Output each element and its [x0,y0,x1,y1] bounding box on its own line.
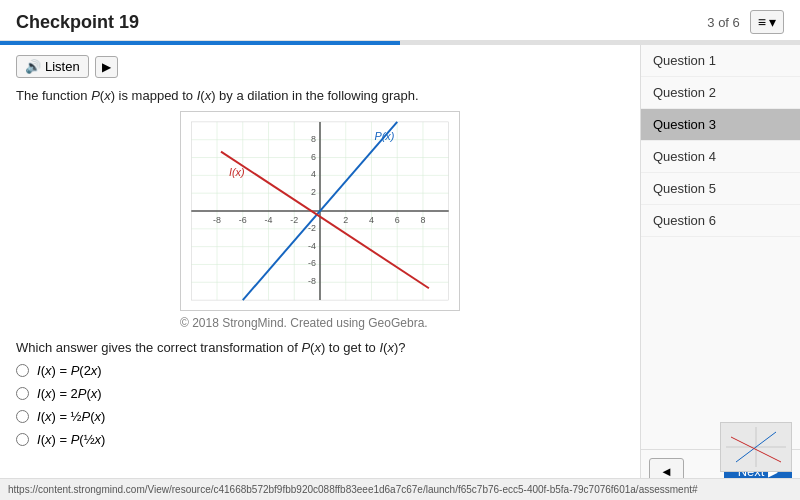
radio-b[interactable] [16,387,29,400]
answer-prompt: Which answer gives the correct transform… [16,340,624,355]
coordinate-graph: -8 -6 -4 -2 2 4 6 8 8 6 4 2 -2 -4 -6 [180,111,460,311]
sidebar-item-question5[interactable]: Question 5 [641,173,800,205]
svg-text:-8: -8 [213,215,221,225]
svg-text:-6: -6 [239,215,247,225]
graph-container: -8 -6 -4 -2 2 4 6 8 8 6 4 2 -2 -4 -6 [180,111,460,330]
svg-text:6: 6 [311,152,316,162]
menu-chevron-icon: ▾ [769,14,776,30]
sidebar-item-question3[interactable]: Question 3 [641,109,800,141]
graph-credit: © 2018 StrongMind. Created using GeoGebr… [180,316,460,330]
sidebar-item-question1[interactable]: Question 1 [641,45,800,77]
play-icon: ▶ [102,60,111,74]
svg-text:4: 4 [369,215,374,225]
sidebar-item-question6[interactable]: Question 6 [641,205,800,237]
choice-a-label[interactable]: I(x) = P(2x) [37,363,102,378]
svg-text:2: 2 [311,187,316,197]
svg-text:6: 6 [395,215,400,225]
page-thumbnail [720,422,792,472]
radio-d[interactable] [16,433,29,446]
radio-a[interactable] [16,364,29,377]
svg-text:8: 8 [311,134,316,144]
prev-icon: ◄ [660,464,673,479]
svg-text:2: 2 [343,215,348,225]
answer-choices: I(x) = P(2x) I(x) = 2P(x) I(x) = ½P(x) I… [16,363,624,447]
answer-choice-d[interactable]: I(x) = P(½x) [16,432,624,447]
svg-text:8: 8 [420,215,425,225]
svg-text:-2: -2 [290,215,298,225]
svg-text:-4: -4 [265,215,273,225]
listen-label: Listen [45,59,80,74]
choice-d-label[interactable]: I(x) = P(½x) [37,432,105,447]
svg-text:P(x): P(x) [374,130,394,142]
thumbnail-preview [726,427,786,467]
choice-b-label[interactable]: I(x) = 2P(x) [37,386,102,401]
answer-choice-a[interactable]: I(x) = P(2x) [16,363,624,378]
page-title: Checkpoint 19 [16,12,139,33]
speaker-icon: 🔊 [25,59,41,74]
audio-controls: 🔊 Listen ▶ [16,55,624,78]
content-area: 🔊 Listen ▶ The function P(x) is mapped t… [0,45,640,493]
question-intro: The function P(x) is mapped to I(x) by a… [16,88,624,103]
answer-choice-c[interactable]: I(x) = ½P(x) [16,409,624,424]
radio-c[interactable] [16,410,29,423]
progress-text: 3 of 6 [707,15,740,30]
listen-button[interactable]: 🔊 Listen [16,55,89,78]
play-button[interactable]: ▶ [95,56,118,78]
choice-c-label[interactable]: I(x) = ½P(x) [37,409,105,424]
svg-text:-6: -6 [308,258,316,268]
menu-icon: ≡ [758,14,766,30]
bottom-bar: https://content.strongmind.com/View/reso… [0,478,800,500]
sidebar-item-question4[interactable]: Question 4 [641,141,800,173]
svg-text:-4: -4 [308,241,316,251]
url-text: https://content.strongmind.com/View/reso… [8,484,792,495]
answer-choice-b[interactable]: I(x) = 2P(x) [16,386,624,401]
svg-text:I(x): I(x) [229,166,245,178]
svg-text:4: 4 [311,169,316,179]
svg-text:-8: -8 [308,276,316,286]
sidebar-item-question2[interactable]: Question 2 [641,77,800,109]
menu-button[interactable]: ≡ ▾ [750,10,784,34]
